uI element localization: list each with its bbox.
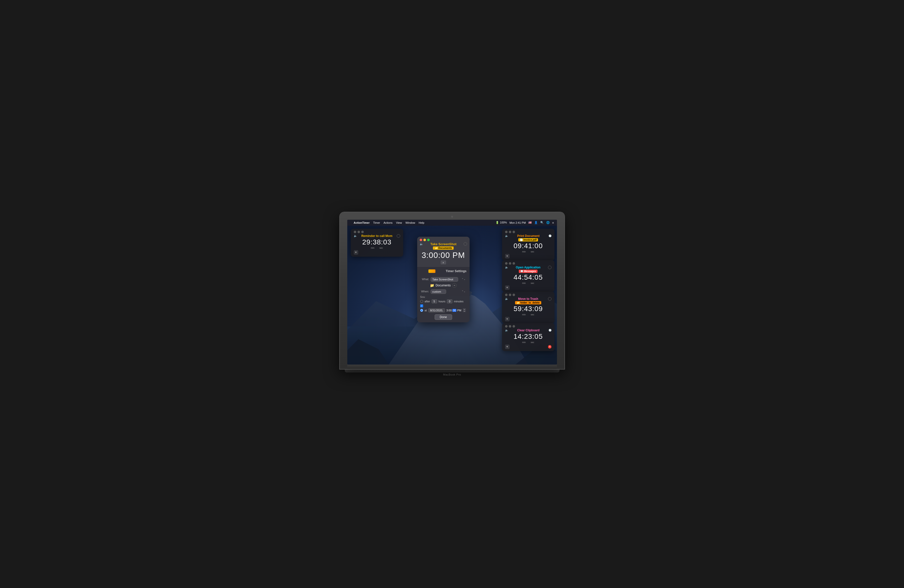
clock: Mon 2:41 PM: [510, 221, 526, 224]
widget-reminder-header: 🔈 Reminder to call Mom: [354, 234, 400, 238]
sound-row: Sou: [420, 296, 466, 299]
folder-arrow-btn[interactable]: ➜: [452, 283, 457, 288]
what-select-wrapper: Take ScreenShot ⌃⌄: [431, 277, 466, 281]
menu-view[interactable]: View: [396, 221, 402, 224]
modal-tl-min[interactable]: [424, 239, 426, 241]
color-bar: [428, 269, 435, 273]
app-name[interactable]: ActionTimer: [354, 221, 370, 224]
sec-label-clear-clip: sec: [531, 341, 534, 343]
radio-at[interactable]: [420, 309, 423, 312]
widget-clear-clip-title: Clear Clipboard: [509, 329, 548, 332]
clock-icon-print: 🕐: [548, 234, 552, 237]
radio-after-row: after hours minutes: [420, 299, 466, 303]
time-stepper[interactable]: ▲ ▼: [463, 308, 466, 312]
stepper-down[interactable]: ▼: [463, 310, 466, 312]
widget-reminder: 🔈 Reminder to call Mom 29:38:03 min sec …: [351, 229, 403, 257]
settings-title: Timer Settings: [446, 269, 466, 273]
at-label: at: [425, 309, 427, 312]
widget-open-app-labels: min sec: [505, 282, 552, 285]
tl-close-move-trash[interactable]: [505, 294, 507, 296]
widget-move-trash-labels: min sec: [505, 313, 552, 316]
min-label-reminder: min: [371, 247, 375, 249]
sound-icon-open-app: 🔈: [505, 266, 509, 269]
tl-min-clear-clip[interactable]: [509, 325, 511, 327]
when-select-wrapper: custom ⌃⌄: [431, 289, 466, 294]
highlighted-time: 00: [452, 309, 457, 312]
modal-title: Take ScreenShot: [430, 242, 457, 246]
menu-help[interactable]: Help: [419, 221, 424, 224]
remove-btn-clear-clip[interactable]: ✕: [548, 345, 552, 349]
date-value[interactable]: 8/31/2020,: [428, 308, 445, 312]
after-label: after: [425, 300, 430, 303]
circle-btn-open-app[interactable]: [548, 266, 552, 269]
tl-close-clear-clip[interactable]: [505, 325, 507, 327]
traffic-lights-move-trash: [505, 294, 552, 296]
user-icon[interactable]: 👤: [534, 221, 538, 224]
min-label-print: min: [522, 250, 526, 253]
radio-at-row: at 8/31/2020, 3:00:00 PM ▲ ▼: [420, 308, 466, 312]
tl-max-reminder[interactable]: [361, 231, 364, 233]
circle-btn-reminder[interactable]: [397, 234, 400, 238]
sound-icon-print: 🔈: [505, 234, 509, 237]
world-icon[interactable]: 🌐: [546, 221, 550, 224]
widget-open-app-bottom: ▼: [505, 285, 552, 290]
tl-close-open-app[interactable]: [505, 262, 507, 265]
when-select[interactable]: custom: [431, 289, 446, 294]
battery-status: 🔋 100%: [496, 221, 507, 224]
widget-print-labels: min sec: [505, 250, 552, 253]
circle-btn-move-trash[interactable]: [548, 297, 552, 300]
tl-min-move-trash[interactable]: [509, 294, 511, 296]
widget-move-trash-tag-row: 📁 folder_to_delete: [505, 301, 552, 304]
tl-max-print[interactable]: [512, 231, 515, 233]
camera-dot: [451, 216, 453, 218]
chevron-down-move-trash[interactable]: ▼: [505, 317, 510, 321]
menu-actions[interactable]: Actions: [384, 221, 392, 224]
modal-tl-close[interactable]: [420, 239, 422, 241]
chevron-down-open-app[interactable]: ▼: [505, 285, 510, 290]
widget-clear-clip-time: 14:23:05: [505, 333, 552, 341]
when-row: When: custom ⌃⌄: [420, 289, 466, 294]
hours-input[interactable]: [431, 299, 437, 303]
search-icon[interactable]: 🔍: [540, 221, 544, 224]
tl-max-open-app[interactable]: [512, 262, 515, 265]
macbook-label: MacBook Pro: [340, 373, 564, 376]
what-select[interactable]: Take ScreenShot: [431, 277, 458, 281]
settings-header: Timer Settings: [420, 269, 466, 275]
chevron-down-print[interactable]: ▼: [505, 254, 510, 258]
modal-circle-btn[interactable]: [464, 242, 467, 246]
done-button[interactable]: Done: [435, 315, 452, 320]
macbook-container: ActionTimer Timer Actions View Window He…: [340, 212, 564, 376]
tl-max-move-trash[interactable]: [512, 294, 515, 296]
hours-label: hours: [439, 300, 446, 303]
tl-close-print[interactable]: [505, 231, 507, 233]
list-icon[interactable]: ≡: [552, 221, 554, 224]
chevron-down-clear-clip[interactable]: ▼: [505, 345, 510, 349]
sound-label: Sou: [420, 296, 425, 299]
stepper-up[interactable]: ▲: [463, 308, 466, 310]
tl-min-reminder[interactable]: [357, 231, 360, 233]
macbook-frame: ActionTimer Timer Actions View Window He…: [340, 212, 564, 369]
folder-icon: 📁: [430, 283, 434, 288]
menu-window[interactable]: Window: [405, 221, 415, 224]
screen: ActionTimer Timer Actions View Window He…: [347, 220, 557, 365]
chevron-down-reminder[interactable]: ▼: [354, 250, 358, 254]
checkbox-enabled[interactable]: ✓: [420, 304, 423, 307]
tl-min-print[interactable]: [509, 231, 511, 233]
modal-tl-max[interactable]: [427, 239, 430, 241]
minutes-label: minutes: [454, 300, 464, 303]
modal-chevron-up[interactable]: ▲: [441, 261, 446, 264]
tl-close-reminder[interactable]: [354, 231, 356, 233]
widget-open-app-title: Open Application: [509, 266, 548, 269]
widget-reminder-title: Reminder to call Mom: [357, 234, 397, 238]
widget-print-time: 09:41:00: [505, 242, 552, 250]
chevron-icon-print: ▼: [506, 254, 509, 258]
tl-min-open-app[interactable]: [509, 262, 511, 265]
radio-after[interactable]: [420, 300, 423, 303]
minutes-input[interactable]: [447, 299, 452, 303]
what-select-arrow: ⌃⌄: [461, 278, 466, 280]
modal-titlebar: 🔈 Take ScreenShot 📁 Documents 3:00:00 PM…: [417, 237, 469, 267]
chevron-icon-move-trash: ▼: [506, 318, 509, 320]
menu-timer[interactable]: Timer: [373, 221, 380, 224]
modal-tag: 📁 Documents: [433, 247, 454, 250]
tl-max-clear-clip[interactable]: [512, 325, 515, 327]
